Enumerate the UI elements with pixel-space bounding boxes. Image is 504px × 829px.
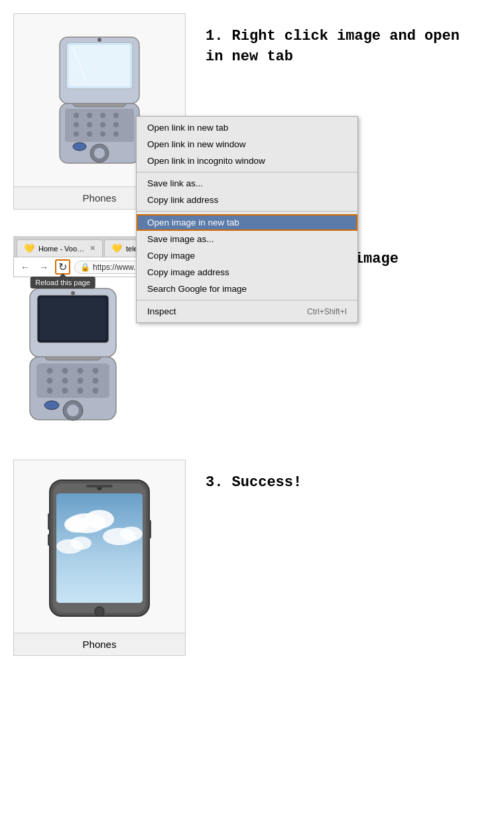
svg-point-12: [100, 131, 105, 137]
menu-item-label: Save link as...: [147, 178, 203, 188]
back-button[interactable]: ←: [18, 261, 32, 274]
svg-point-44: [44, 401, 59, 410]
tab-home-close[interactable]: ✕: [90, 244, 95, 253]
svg-rect-61: [86, 485, 113, 487]
menu-item-open-link-incognito[interactable]: Open link in incognito window: [137, 153, 357, 169]
menu-item-label: Open link in incognito window: [147, 156, 265, 166]
section-3: Phones 3. Success!: [13, 460, 491, 656]
svg-point-13: [113, 131, 119, 137]
svg-point-53: [120, 527, 143, 541]
menu-item-label: Copy image: [147, 251, 195, 261]
svg-point-15: [94, 148, 105, 159]
svg-rect-58: [48, 513, 50, 530]
reload-button-wrapper: ↻ Reload this page: [55, 259, 70, 275]
menu-item-label: Save image as...: [147, 234, 214, 244]
svg-rect-42: [40, 298, 106, 340]
step-3-instruction: 3. Success!: [186, 460, 322, 507]
menu-item-label: Inspect: [147, 306, 176, 316]
inspect-shortcut: Ctrl+Shift+I: [307, 307, 347, 316]
svg-point-55: [70, 537, 92, 550]
phone-card-3: Phones: [13, 460, 186, 656]
svg-point-25: [47, 368, 53, 374]
context-menu-group-2: Save link as... Copy link address: [137, 172, 357, 212]
menu-item-label: Copy link address: [147, 195, 218, 205]
menu-item-label: Open link in new tab: [147, 123, 228, 133]
svg-point-31: [78, 378, 84, 384]
svg-point-6: [74, 122, 79, 127]
tab-home-title: Home - Voorbeeld w...: [38, 245, 86, 253]
svg-point-3: [87, 113, 92, 118]
flip-phone-illustration-2: [13, 281, 146, 426]
svg-point-33: [47, 388, 53, 394]
menu-item-label: Search Google for image: [147, 284, 247, 294]
svg-point-5: [113, 113, 119, 118]
menu-item-copy-link-address[interactable]: Copy link address: [137, 192, 357, 208]
svg-point-51: [64, 517, 88, 533]
menu-item-copy-image[interactable]: Copy image: [137, 247, 357, 264]
svg-point-35: [78, 388, 84, 394]
svg-point-27: [78, 368, 84, 374]
section-1: Phones 1. Right click image and open in …: [13, 13, 491, 210]
svg-point-36: [93, 388, 99, 394]
context-menu: Open link in new tab Open link in new wi…: [136, 116, 358, 323]
menu-item-open-link-new-tab[interactable]: Open link in new tab: [137, 119, 357, 136]
phone-label-3: Phones: [14, 633, 185, 655]
reload-button[interactable]: ↻: [55, 259, 70, 275]
svg-rect-60: [149, 520, 151, 539]
svg-point-43: [71, 291, 75, 295]
context-menu-group-3: Open image in new tab Save image as... C…: [137, 212, 357, 300]
svg-point-20: [97, 38, 101, 42]
svg-point-32: [93, 378, 99, 384]
svg-rect-19: [69, 45, 130, 86]
menu-item-save-image[interactable]: Save image as...: [137, 231, 357, 247]
svg-point-29: [47, 378, 53, 384]
menu-item-open-link-new-window[interactable]: Open link in new window: [137, 136, 357, 153]
context-menu-group-1: Open link in new tab Open link in new wi…: [137, 117, 357, 172]
menu-item-label: Open link in new window: [147, 139, 246, 149]
svg-point-7: [87, 122, 92, 127]
tab-home[interactable]: 💛 Home - Voorbeeld w... ✕: [17, 239, 103, 257]
menu-item-label: Copy image address: [147, 267, 229, 277]
menu-item-inspect[interactable]: Inspect Ctrl+Shift+I: [137, 303, 357, 320]
svg-rect-59: [48, 534, 50, 546]
svg-point-9: [113, 122, 119, 127]
svg-point-34: [62, 388, 68, 394]
smartphone-illustration: [33, 470, 166, 623]
svg-point-28: [93, 368, 99, 374]
svg-point-38: [67, 405, 79, 416]
svg-point-10: [74, 131, 79, 137]
svg-point-50: [85, 510, 114, 529]
svg-point-22: [73, 143, 86, 151]
step-1-instruction: 1. Right click image and open in new tab: [186, 13, 491, 81]
context-menu-panel: Open link in new tab Open link in new wi…: [136, 116, 358, 323]
svg-point-8: [100, 122, 105, 127]
menu-item-search-google-image[interactable]: Search Google for image: [137, 281, 357, 297]
menu-item-label: Open image in new tab: [147, 218, 239, 227]
tab-home-favicon: 💛: [24, 243, 34, 253]
svg-point-4: [100, 113, 105, 118]
menu-item-copy-image-address[interactable]: Copy image address: [137, 264, 357, 281]
menu-item-save-link[interactable]: Save link as...: [137, 175, 357, 192]
phone-image-3: [14, 460, 185, 633]
tab-telefon-favicon: 💛: [111, 243, 122, 253]
forward-button[interactable]: →: [36, 261, 51, 274]
context-menu-group-4: Inspect Ctrl+Shift+I: [137, 300, 357, 322]
svg-point-30: [62, 378, 68, 384]
svg-point-26: [62, 368, 68, 374]
menu-item-open-image-new-tab[interactable]: Open image in new tab: [137, 214, 357, 231]
svg-point-2: [74, 113, 79, 118]
lock-icon: 🔒: [80, 263, 90, 272]
svg-point-56: [95, 607, 104, 616]
svg-point-11: [87, 131, 92, 137]
